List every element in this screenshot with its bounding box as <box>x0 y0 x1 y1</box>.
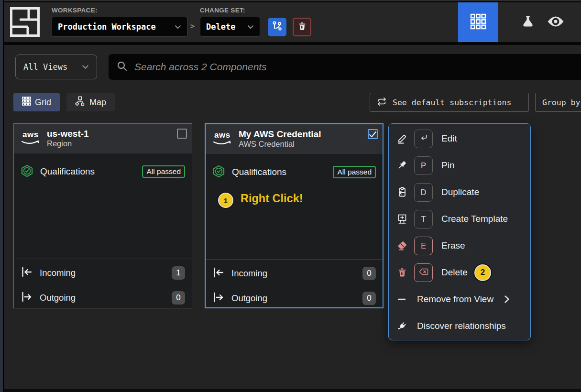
minus-icon <box>395 294 408 305</box>
incoming-count-badge: 0 <box>362 267 376 280</box>
changeset-dropdown[interactable]: Delete <box>200 17 260 37</box>
aws-logo: aws <box>21 131 41 147</box>
tab-grid-view[interactable] <box>458 2 498 42</box>
grid-icon <box>22 97 31 108</box>
aws-logo-text: aws <box>22 130 39 140</box>
workspace-dropdown[interactable]: Production Workspace <box>52 17 187 37</box>
outgoing-row[interactable]: Outgoing 0 <box>14 288 192 307</box>
search-input[interactable] <box>133 61 573 73</box>
qualifications-row[interactable]: Qualifications All passed <box>14 162 192 182</box>
workspace-value: Production Workspace <box>58 22 156 32</box>
card-checkbox-checked[interactable] <box>368 129 378 139</box>
menu-item-discover-relationships[interactable]: Discover relationships <box>389 313 530 339</box>
menu-item-label: Erase <box>441 240 465 251</box>
annotation-step-1-text: Right Click! <box>241 192 303 205</box>
annotation-step-2-badge: 2 <box>474 264 491 281</box>
outgoing-label: Outgoing <box>231 293 267 304</box>
outgoing-label: Outgoing <box>40 293 76 303</box>
card-header: aws us-west-1 Region <box>14 124 192 153</box>
incoming-label: Incoming <box>231 268 267 279</box>
menu-item-label: Create Template <box>441 214 508 224</box>
aws-logo: aws <box>212 131 232 147</box>
review-button[interactable] <box>545 12 566 33</box>
menu-item-label: Duplicate <box>441 187 479 197</box>
card-divider <box>206 259 383 260</box>
menu-item-label: Edit <box>441 133 457 144</box>
outgoing-count-badge: 0 <box>362 292 376 305</box>
eraser-icon <box>395 240 408 251</box>
plug-icon <box>395 320 408 332</box>
menu-item-label: Pin <box>441 160 454 171</box>
outgoing-count-badge: 0 <box>172 291 185 305</box>
app-root: WORKSPACE: Production Workspace > CHANGE… <box>0 0 581 392</box>
grid-icon <box>470 13 486 32</box>
workspace-label: WORKSPACE: <box>52 7 98 14</box>
template-icon <box>395 213 408 225</box>
si-logo[interactable] <box>10 7 40 39</box>
incoming-row[interactable]: Incoming 1 <box>14 263 192 283</box>
qualifications-label: Qualifications <box>232 167 286 177</box>
chevron-right-icon <box>504 295 510 304</box>
subscriptions-label: See default subscriptions <box>393 98 511 107</box>
flask-icon <box>521 14 535 31</box>
trash-icon <box>297 22 307 33</box>
chevron-down-icon <box>247 22 254 31</box>
group-by-label: Group by <box>542 98 580 107</box>
qualifications-row[interactable]: Qualifications All passed <box>206 162 383 182</box>
incoming-arrow-icon <box>212 266 225 281</box>
clipboard-copy-icon <box>395 186 408 198</box>
menu-item-create-template[interactable]: T Create Template <box>389 206 530 232</box>
card-title: us-west-1 <box>47 129 89 139</box>
aws-logo-text: aws <box>214 131 230 140</box>
card-checkbox[interactable] <box>177 129 187 139</box>
see-default-subscriptions-button[interactable]: See default subscriptions <box>370 93 529 112</box>
grid-toggle-label: Grid <box>35 98 51 108</box>
create-changeset-button[interactable] <box>268 18 286 36</box>
component-card-my-aws-credential[interactable]: aws My AWS Credential AWS Credential <box>205 123 384 308</box>
keycap-d: D <box>414 183 433 202</box>
search-bar <box>109 54 581 80</box>
menu-item-label: Discover relationships <box>417 321 506 331</box>
left-edge-line <box>3 0 4 392</box>
menu-item-label: Delete <box>441 267 468 278</box>
qualifications-status-badge: All passed <box>142 165 185 178</box>
views-filter-value: All Views <box>23 62 67 72</box>
backspace-icon <box>419 268 428 277</box>
chevron-down-icon <box>175 22 181 31</box>
context-menu: Edit P Pin D <box>388 123 531 340</box>
menu-item-pin[interactable]: P Pin <box>389 152 530 179</box>
abandon-changeset-button[interactable] <box>293 18 311 36</box>
bottom-edge-band <box>0 389 581 392</box>
annotation-step-1-badge: 1 <box>218 193 233 208</box>
keycap-return <box>414 130 433 148</box>
changeset-value: Delete <box>206 22 235 32</box>
return-icon <box>419 134 428 143</box>
top-bar: WORKSPACE: Production Workspace > CHANGE… <box>0 2 581 42</box>
outgoing-arrow-icon <box>21 291 33 305</box>
lab-button[interactable] <box>517 12 538 33</box>
menu-item-edit[interactable]: Edit <box>389 125 530 152</box>
repeat-icon <box>377 97 387 109</box>
menu-item-remove-from-view[interactable]: Remove from View <box>389 286 530 313</box>
pencil-icon <box>395 133 408 144</box>
search-icon <box>116 60 128 74</box>
view-toggle-grid[interactable]: Grid <box>13 93 60 111</box>
component-card-us-west-1[interactable]: aws us-west-1 Region Qualifications All <box>13 123 192 308</box>
keycap-e: E <box>414 237 433 255</box>
pushpin-icon <box>395 160 408 171</box>
views-filter-dropdown[interactable]: All Views <box>15 54 97 79</box>
outgoing-arrow-icon <box>212 291 225 305</box>
header-separator <box>0 42 581 45</box>
eye-icon <box>547 15 564 30</box>
menu-item-duplicate[interactable]: D Duplicate <box>389 179 530 206</box>
outgoing-row[interactable]: Outgoing 0 <box>206 289 383 308</box>
incoming-row[interactable]: Incoming 0 <box>206 264 383 283</box>
menu-item-erase[interactable]: E Erase <box>389 232 530 259</box>
qualification-hexagon-icon <box>212 165 225 180</box>
view-toggle-map[interactable]: Map <box>66 93 115 111</box>
changeset-label: CHANGE SET: <box>200 7 245 14</box>
card-divider <box>14 259 192 259</box>
menu-item-delete[interactable]: Delete 2 <box>389 259 530 286</box>
incoming-arrow-icon <box>21 266 33 280</box>
group-by-button[interactable]: Group by <box>535 93 581 112</box>
